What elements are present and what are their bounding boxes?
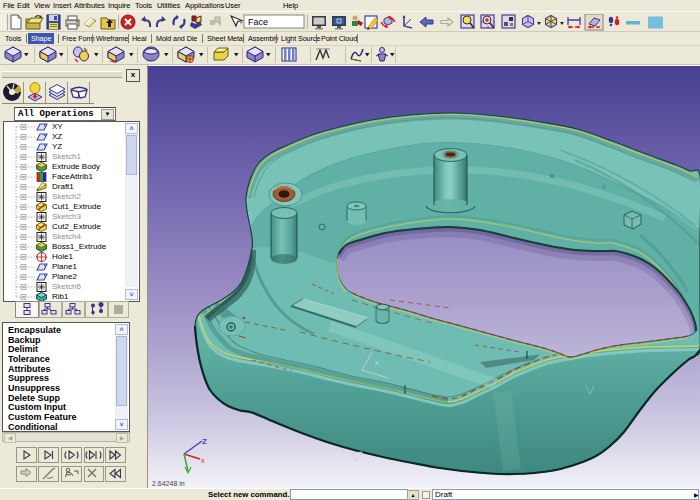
svg-text:x: x [201, 457, 205, 464]
svg-text:2.64248 in: 2.64248 in [152, 480, 185, 487]
svg-text:Face: Face [248, 17, 268, 27]
svg-text:Z: Z [202, 437, 207, 446]
